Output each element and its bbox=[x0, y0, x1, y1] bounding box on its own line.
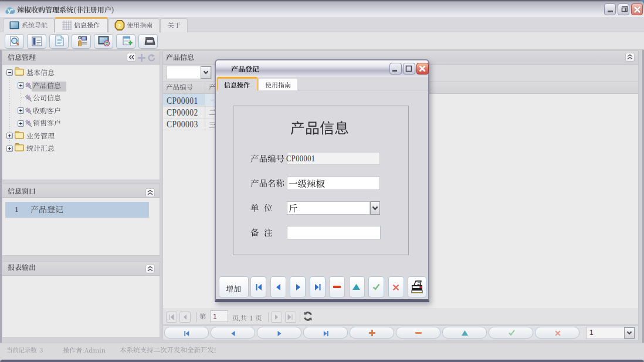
svg-text:y: y bbox=[8, 8, 11, 14]
svg-text:?: ? bbox=[118, 22, 121, 29]
